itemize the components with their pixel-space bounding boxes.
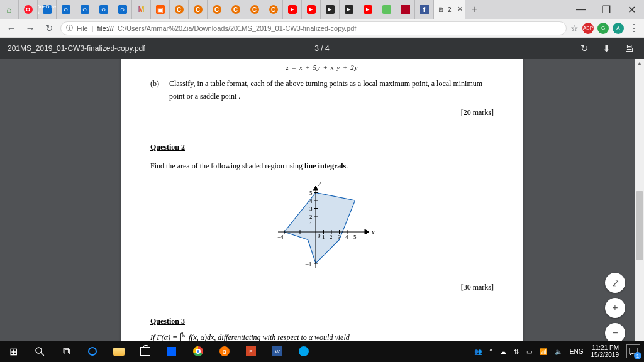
- chegg-icon: C: [250, 5, 259, 14]
- action-center-button[interactable]: 1: [626, 344, 640, 358]
- pdf-download-button[interactable]: ⬇: [602, 43, 611, 54]
- tray-volume-icon[interactable]: 🔈: [555, 348, 562, 355]
- window-maximize-button[interactable]: ❐: [594, 0, 619, 19]
- tab-facebook[interactable]: f: [415, 0, 434, 19]
- tray-wifi-icon[interactable]: 📶: [540, 348, 547, 355]
- q2-text-a: Find the area of the following shaded re…: [150, 162, 304, 170]
- taskbar-pin-chrome[interactable]: [185, 341, 211, 362]
- taskbar-search-button[interactable]: [26, 341, 53, 362]
- svg-marker-2: [365, 229, 369, 234]
- q3-sup: b: [182, 332, 185, 341]
- onedrive-icon: OneDrive S: [43, 5, 52, 14]
- tray-people-icon[interactable]: 👥: [474, 348, 482, 355]
- onedrive-icon: O: [80, 5, 89, 14]
- window-close-button[interactable]: ✕: [619, 0, 644, 19]
- tab-home[interactable]: ⌂: [0, 0, 19, 19]
- tab-youtube-1[interactable]: ▶: [283, 0, 302, 19]
- home-icon: ⌂: [5, 5, 14, 14]
- shaded-region-figure: y x 5 4 3 2 1 0 1 2 3: [150, 177, 494, 277]
- pdf-fit-button[interactable]: ⤢: [605, 273, 625, 293]
- tab-chegg-2[interactable]: C: [189, 0, 208, 19]
- taskbar-pin-word[interactable]: W: [264, 341, 291, 362]
- tab-active-pdf[interactable]: 🗎 2 ✕: [434, 0, 465, 19]
- taskbar-pin-explorer[interactable]: [106, 341, 132, 362]
- tab-reddit[interactable]: ▣: [151, 0, 170, 19]
- extension-grammarly-icon[interactable]: G: [597, 23, 609, 34]
- youtube-icon: ▶: [364, 5, 372, 14]
- pdf-scroll-thumb[interactable]: [636, 191, 643, 260]
- extension-abp-icon[interactable]: ABP: [582, 23, 594, 34]
- tab-opera[interactable]: O: [19, 0, 38, 19]
- taskbar-pin-store[interactable]: [132, 341, 158, 362]
- svg-text:4: 4: [345, 234, 348, 240]
- taskbar-pin-powerpoint[interactable]: P: [238, 341, 264, 362]
- site-info-icon[interactable]: ⓘ: [66, 23, 73, 33]
- taskbar-pin-avast[interactable]: α: [211, 341, 238, 362]
- equation-fragment: z = x + 5y + x y + 2y: [150, 62, 494, 74]
- tab-chegg-1[interactable]: C: [170, 0, 189, 19]
- tray-dropbox-icon[interactable]: ⇅: [514, 348, 519, 355]
- window-minimize-button[interactable]: —: [569, 0, 594, 19]
- youtube-icon: ▶: [307, 5, 316, 14]
- tab-youtube-2[interactable]: ▶: [302, 0, 321, 19]
- svg-text:−4: −4: [305, 261, 311, 267]
- tab-active-label: 2: [448, 6, 452, 13]
- tray-language-indicator[interactable]: ENG: [570, 348, 584, 355]
- taskbar-pin-copilot[interactable]: [291, 341, 317, 362]
- new-tab-button[interactable]: +: [465, 0, 483, 19]
- part-b-text: Classify, in a table format, each of the…: [169, 77, 494, 103]
- tab-youtube-3[interactable]: ▶: [358, 0, 377, 19]
- tab-close-icon[interactable]: ✕: [457, 5, 463, 13]
- taskbar-pin-dropbox[interactable]: [158, 341, 185, 362]
- start-button[interactable]: ⊞: [0, 341, 26, 362]
- pdf-rotate-button[interactable]: ↻: [580, 43, 589, 54]
- folder-icon: [113, 348, 125, 356]
- facebook-icon: f: [420, 5, 429, 14]
- tab-chegg-4[interactable]: C: [226, 0, 245, 19]
- word-icon: W: [272, 346, 282, 356]
- tray-battery-icon[interactable]: ▭: [526, 348, 532, 355]
- pdf-zoom-in-button[interactable]: +: [605, 298, 625, 318]
- tab-onedrive-1[interactable]: O: [75, 0, 94, 19]
- store-icon: [140, 347, 150, 356]
- pdf-print-button[interactable]: 🖶: [625, 43, 634, 54]
- pdf-page: z = x + 5y + x y + 2y (b) Classify, in a…: [121, 59, 523, 351]
- address-bar[interactable]: ⓘ File | file:///C:/Users/Ammar%20Zia/Do…: [60, 21, 567, 35]
- bookmark-star-icon[interactable]: ☆: [570, 23, 579, 33]
- profile-avatar-icon[interactable]: A: [613, 23, 624, 34]
- tab-gmail[interactable]: M: [132, 0, 151, 19]
- tab-darkyt-1[interactable]: ▶: [340, 0, 358, 19]
- nav-back-button[interactable]: ←: [4, 21, 19, 36]
- tray-onedrive-icon[interactable]: ☁: [500, 348, 506, 355]
- pdf-scroll-up-button[interactable]: ▲: [635, 59, 644, 68]
- powerpoint-icon: P: [246, 346, 256, 356]
- tab-onedrive-e[interactable]: O: [57, 0, 75, 19]
- svg-text:1: 1: [322, 234, 325, 240]
- browser-menu-button[interactable]: ⋮: [628, 22, 640, 34]
- tab-onedrive-e2[interactable]: O: [113, 0, 132, 19]
- tray-overflow-button[interactable]: ^: [489, 348, 492, 355]
- tab-misc-flag[interactable]: [396, 0, 415, 19]
- pdf-page-indicator[interactable]: 3 / 4: [314, 44, 329, 53]
- svg-line-36: [41, 353, 44, 356]
- nav-forward-button[interactable]: →: [23, 21, 38, 36]
- tab-onedrive-s2[interactable]: O: [94, 0, 113, 19]
- svg-text:2: 2: [330, 234, 333, 240]
- taskbar-clock[interactable]: 11:21 PM 15/2/2019: [591, 344, 619, 358]
- chegg-icon: C: [213, 5, 221, 14]
- youtube-icon: ▶: [288, 5, 297, 14]
- clock-time: 11:21 PM: [591, 344, 619, 351]
- tab-onedrive-s[interactable]: OneDrive S: [38, 0, 57, 19]
- taskbar-pin-edge[interactable]: [79, 341, 106, 362]
- question-3-heading: Question 3: [150, 315, 494, 327]
- tab-darkyt-a[interactable]: ▶: [321, 0, 340, 19]
- q2-text-b: line integrals: [304, 162, 346, 170]
- tab-misc-green[interactable]: [377, 0, 396, 19]
- tab-chegg-5[interactable]: C: [264, 0, 283, 19]
- svg-text:y: y: [318, 179, 321, 186]
- svg-text:4: 4: [309, 198, 313, 204]
- tab-chegg-3[interactable]: C: [208, 0, 226, 19]
- nav-reload-button[interactable]: ↻: [42, 21, 57, 36]
- tab-chegg-f[interactable]: C: [245, 0, 264, 19]
- task-view-button[interactable]: ⧉: [53, 341, 79, 362]
